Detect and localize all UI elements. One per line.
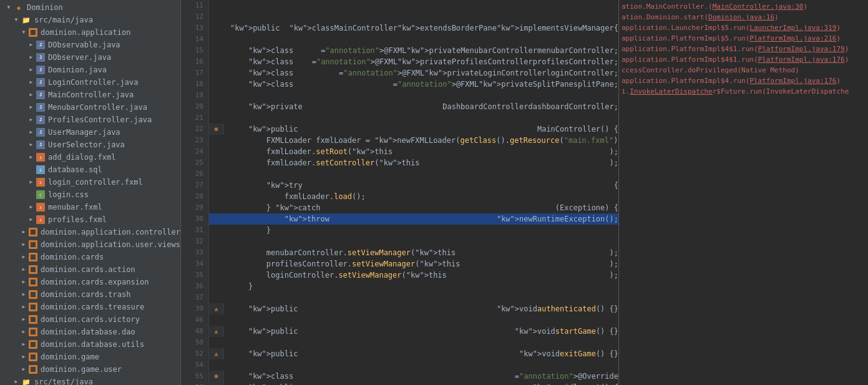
chevron-icon: ▶ (27, 129, 35, 136)
line-number: 48 (181, 326, 209, 337)
line-content: profilesController.setViewManager("kw">t… (224, 258, 610, 270)
line-number: 12 (181, 11, 209, 22)
code-line: 19 (181, 90, 618, 101)
tree-item-dominion-database-utils[interactable]: ▶dominion.database.utils (0, 338, 180, 351)
line-content: "kw">class (224, 67, 339, 79)
line-number: 21 (181, 112, 209, 124)
console-link[interactable]: PlatformImpl.java:176 (758, 56, 845, 64)
console-text: ation.Dominion.start( (622, 13, 708, 21)
console-link[interactable]: PlatformImpl.java:176 (749, 77, 836, 85)
console-text: ccessController.doPrivileged(Native Meth… (622, 66, 799, 74)
tree-item-label: src/test/java (34, 378, 93, 385)
chevron-icon: ▼ (12, 16, 20, 24)
sql-file-icon: S (36, 165, 45, 174)
tree-item-dominion-root[interactable]: ▼◆Dominion (0, 1, 180, 14)
tree-item-login-css[interactable]: Clogin.css (0, 188, 180, 201)
console-text: application.PlatformImpl$5.run( (622, 34, 749, 42)
line-number: 52 (181, 348, 209, 359)
console-line: application.PlatformImpl$5.run(PlatformI… (622, 33, 866, 44)
code-line: 22 ● "kw">public MainController() { (181, 124, 618, 135)
tree-item-dominion-cards-victory[interactable]: ▶dominion.cards.victory (0, 313, 180, 326)
chevron-icon: ▶ (27, 54, 35, 61)
line-number: 19 (181, 90, 209, 101)
code-line: 56 ▲ "kw">public "kw">void logout() { (181, 382, 618, 385)
tree-item-Dominion[interactable]: ▶JDominion.java (0, 64, 180, 76)
tree-item-DObservable[interactable]: ▶JDObservable.java (0, 39, 180, 51)
tree-item-dominion-application-user-views[interactable]: ▶dominion.application.user.views (0, 238, 180, 251)
tree-item-menubar-fxml[interactable]: ▶Xmenubar.fxml (0, 201, 180, 213)
chevron-icon: ▶ (20, 241, 27, 248)
tree-item-dominion-application[interactable]: ▼dominion.application (0, 26, 180, 39)
package-icon (29, 365, 37, 374)
code-line: 31 } (181, 225, 618, 236)
line-content: "kw">public (224, 22, 290, 34)
tree-item-dominion-database-dao[interactable]: ▶dominion.database.dao (0, 326, 180, 338)
tree-item-dominion-application-controller[interactable]: ▶dominion.application.controller (0, 226, 180, 238)
tree-item-DObserver[interactable]: ▶JDObserver.java (0, 51, 180, 64)
tree-item-dominion-game-user[interactable]: ▶dominion.game.user (0, 363, 180, 376)
chevron-placeholder (27, 191, 35, 198)
chevron-icon: ▶ (27, 178, 35, 186)
console-link[interactable]: MainController.java:30 (713, 2, 804, 11)
tree-item-MenubarController[interactable]: ▶JMenubarController.java (0, 101, 180, 114)
tree-item-dominion-cards-expansion[interactable]: ▶dominion.cards.expansion (0, 276, 180, 288)
tree-item-MainController[interactable]: ▶JMainController.java (0, 89, 180, 101)
code-line: 54 (181, 359, 618, 371)
package-icon (29, 315, 37, 324)
code-line: 34 profilesController.setViewManager("kw… (181, 258, 618, 270)
code-line: 18 "kw">class="annotation">@FXML "kw">pr… (181, 79, 618, 90)
project-tree: ▼◆Dominion▼📁src/main/java▼dominion.appli… (0, 0, 181, 385)
tree-item-dominion-cards-trash[interactable]: ▶dominion.cards.trash (0, 288, 180, 301)
console-text: ation.MainController.( (622, 2, 713, 11)
line-content: fxmlLoader.setRoot("kw">this (224, 146, 610, 157)
line-number: 37 (181, 292, 209, 303)
chevron-icon: ▶ (27, 79, 35, 86)
chevron-icon: ▶ (27, 216, 35, 223)
line-number: 14 (181, 34, 209, 45)
tree-item-dominion-cards[interactable]: ▶dominion.cards (0, 251, 180, 263)
line-number: 56 (181, 382, 209, 385)
line-content: "kw">public (224, 303, 497, 314)
code-line: 25 fxmlLoader.setController("kw">this); (181, 157, 618, 168)
code-line: 29 } "kw">catch (Exception e) { (181, 202, 618, 213)
console-text-after: ) (774, 13, 779, 21)
tree-item-profiles-fxml[interactable]: ▶Xprofiles.fxml (0, 213, 180, 226)
tree-item-src-test-java[interactable]: ▶📁src/test/java (0, 376, 180, 385)
tree-item-label: dominion.application.controller (41, 228, 180, 236)
chevron-icon: ▼ (20, 29, 27, 36)
chevron-icon: ▶ (27, 66, 35, 74)
chevron-icon: ▶ (20, 353, 27, 361)
tree-item-label: login_controller.fxml (48, 178, 143, 187)
line-number: 39 (181, 303, 209, 314)
console-link[interactable]: LauncherImpl.java:319 (749, 24, 836, 32)
tree-item-src-main-java[interactable]: ▼📁src/main/java (0, 14, 180, 26)
console-link[interactable]: InvokeLaterDispatche (630, 87, 712, 95)
console-line: i.InvokeLaterDispatcher$Future.run(Invok… (622, 86, 866, 97)
console-link[interactable]: PlatformImpl.java:216 (749, 34, 836, 42)
line-number: 46 (181, 314, 209, 326)
code-line: 13 "kw">public "kw">class MainController… (181, 22, 618, 34)
tree-item-LoginController[interactable]: ▶JLoginController.java (0, 76, 180, 89)
console-link[interactable]: PlatformImpl.java:179 (758, 45, 845, 53)
tree-item-label: login.css (48, 190, 89, 199)
code-line: 15 "kw">class="annotation">@FXML "kw">pr… (181, 45, 618, 56)
tree-item-label: Dominion.java (48, 66, 107, 74)
java-file-icon: J (36, 140, 45, 149)
chevron-icon: ▶ (27, 91, 35, 99)
tree-item-login_controller-fxml[interactable]: ▶Xlogin_controller.fxml (0, 176, 180, 188)
tree-item-dominion-game[interactable]: ▶dominion.game (0, 351, 180, 363)
tree-item-add_dialog-fxml[interactable]: ▶Xadd_dialog.fxml (0, 151, 180, 163)
code-line: 17 "kw">class="annotation">@FXML "kw">pr… (181, 67, 618, 79)
tree-item-UserSelector[interactable]: ▶JUserSelector.java (0, 139, 180, 151)
tree-item-label: dominion.cards (41, 253, 104, 261)
console-link[interactable]: Dominion.java:16 (708, 13, 774, 21)
tree-item-dominion-cards-treasure[interactable]: ▶dominion.cards.treasure (0, 301, 180, 313)
tree-item-UserManager[interactable]: ▶JUserManager.java (0, 126, 180, 139)
code-line: 16 "kw">class="annotation">@FXML "kw">pr… (181, 56, 618, 67)
tree-item-ProfilesController[interactable]: ▶JProfilesController.java (0, 114, 180, 126)
tree-item-dominion-cards-action[interactable]: ▶dominion.cards.action (0, 263, 180, 276)
line-number: 23 (181, 135, 209, 146)
code-area[interactable]: 11 12 13 "kw">public "kw">class MainCont… (181, 0, 618, 385)
tree-item-database-sql[interactable]: Sdatabase.sql (0, 163, 180, 176)
css-file-icon: C (36, 190, 45, 199)
